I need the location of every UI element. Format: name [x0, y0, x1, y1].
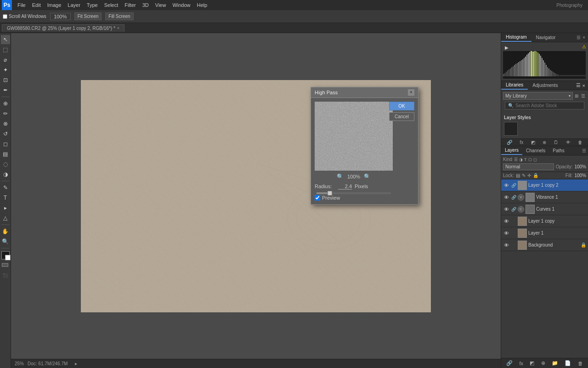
highpass-close-button[interactable]: ×: [408, 89, 414, 96]
blur-tool[interactable]: ◌: [1, 160, 10, 169]
new-group-tb-icon[interactable]: 📁: [552, 360, 558, 366]
menu-file[interactable]: File: [15, 1, 28, 9]
lib-panel-menu-icon[interactable]: ☰: [576, 82, 581, 88]
lib-dropdown[interactable]: My Library ▾: [503, 92, 573, 100]
magic-wand-tool[interactable]: ✦: [1, 65, 10, 75]
layer-fx-tb-icon[interactable]: fx: [520, 361, 524, 366]
smart-object-icon[interactable]: 🗒: [554, 140, 558, 145]
menu-select[interactable]: Select: [102, 1, 121, 9]
trash-panel-icon[interactable]: 🗑: [578, 140, 582, 145]
tab-adjustments[interactable]: Adjustments: [528, 81, 562, 89]
zoom-input[interactable]: [50, 13, 71, 20]
menu-filter[interactable]: Filter: [122, 1, 138, 9]
fit-screen-button[interactable]: Fit Screen: [74, 12, 102, 20]
fill-value[interactable]: 100%: [574, 173, 586, 178]
new-layer-tb-icon[interactable]: 📄: [565, 360, 571, 366]
fill-screen-button[interactable]: Fill Screen: [105, 12, 133, 20]
lock-position-icon[interactable]: ✛: [527, 173, 531, 178]
screen-mode-icon[interactable]: ⬛: [3, 273, 8, 278]
lib-grid-icon[interactable]: ⊞: [574, 92, 579, 99]
lib-list-icon[interactable]: ☰: [580, 92, 586, 99]
panel-menu-icon[interactable]: ☰: [577, 35, 581, 40]
link-layers-icon[interactable]: 🔗: [507, 140, 512, 145]
menu-edit[interactable]: Edit: [29, 1, 44, 9]
layer-visibility-icon-1[interactable]: 👁: [503, 194, 509, 201]
layer-link-icon-0[interactable]: 🔗: [511, 183, 516, 188]
blend-mode-dropdown[interactable]: Normal: [503, 163, 554, 170]
layer-styles-thumbnail[interactable]: [504, 122, 518, 136]
hp-preview-checkbox[interactable]: [315, 195, 320, 201]
layer-name-0[interactable]: Layer 1 copy 2: [528, 183, 586, 188]
layer-item-0[interactable]: 👁 🔗 Layer 1 copy 2: [501, 179, 588, 191]
layer-item-4[interactable]: 👁 🔗 Layer 1: [501, 227, 588, 239]
menu-layer[interactable]: Layer: [65, 1, 83, 9]
kind-smart-icon[interactable]: ◻: [533, 157, 537, 162]
type-tool[interactable]: T: [1, 193, 10, 202]
menu-type[interactable]: Type: [84, 1, 101, 9]
menu-help[interactable]: Help: [194, 1, 210, 9]
brush-tool[interactable]: ✏: [1, 109, 10, 118]
hp-ok-button[interactable]: OK: [389, 102, 414, 110]
hp-zoom-out-icon[interactable]: 🔍: [337, 173, 344, 180]
adjustment-icon[interactable]: ⊕: [543, 140, 546, 145]
layer-visibility-icon-3[interactable]: 👁: [503, 218, 509, 224]
menu-window[interactable]: Window: [170, 1, 193, 9]
hp-slider-thumb[interactable]: [328, 191, 332, 196]
layer-item-2[interactable]: 👁 🔗 C Curves 1: [501, 203, 588, 215]
clone-tool[interactable]: ⊗: [1, 119, 10, 128]
tab-layers[interactable]: Layers: [501, 146, 522, 155]
hand-tool[interactable]: ✋: [1, 227, 10, 236]
highpass-titlebar[interactable]: High Pass ×: [311, 87, 418, 98]
tab-libraries[interactable]: Libraries: [501, 81, 528, 90]
layer-link-icon-1[interactable]: 🔗: [511, 195, 516, 200]
crop-tool[interactable]: ⊡: [1, 75, 10, 85]
add-mask-tb-icon[interactable]: ◩: [530, 360, 534, 366]
lasso-tool[interactable]: ⌀: [1, 55, 10, 64]
layer-visibility-icon-2[interactable]: 👁: [503, 206, 509, 213]
layer-name-2[interactable]: Curves 1: [536, 207, 586, 212]
lock-image-icon[interactable]: ✎: [522, 173, 526, 178]
tab-navigator[interactable]: Navigator: [531, 34, 560, 41]
layer-link-icon-2[interactable]: 🔗: [511, 207, 516, 212]
zoom-tool[interactable]: 🔍: [1, 237, 10, 246]
panel-close-icon[interactable]: ×: [582, 35, 585, 40]
hp-preview-canvas[interactable]: [315, 102, 393, 171]
tab-channels[interactable]: Channels: [522, 147, 549, 155]
kind-type-icon[interactable]: T: [524, 157, 527, 162]
dodge-tool[interactable]: ◑: [1, 170, 10, 179]
layer-item-5[interactable]: 👁 🔗 Background 🔒: [501, 239, 588, 251]
hp-zoom-in-icon[interactable]: 🔍: [364, 173, 371, 180]
gradient-tool[interactable]: ▤: [1, 150, 10, 159]
background-color-swatch[interactable]: [5, 255, 11, 260]
lock-all-icon[interactable]: 🔒: [533, 173, 538, 178]
layer-item-1[interactable]: 👁 🔗 V Vibrance 1: [501, 191, 588, 203]
layer-name-5[interactable]: Background: [528, 242, 579, 247]
delete-layer-tb-icon[interactable]: 🗑: [578, 361, 583, 366]
layer-visibility-icon-5[interactable]: 👁: [503, 242, 509, 248]
hp-cancel-button[interactable]: Cancel: [389, 112, 414, 121]
shape-tool[interactable]: △: [1, 213, 10, 223]
layer-visibility-icon-0[interactable]: 👁: [503, 182, 509, 189]
move-tool[interactable]: ↖: [1, 35, 10, 44]
hp-radius-value[interactable]: 2.4: [338, 184, 352, 190]
layer-name-4[interactable]: Layer 1: [528, 230, 586, 236]
layers-menu-icon[interactable]: ☰: [582, 148, 586, 153]
opacity-value[interactable]: 100%: [574, 164, 586, 169]
eye-panel-icon[interactable]: 👁: [566, 140, 571, 145]
pen-tool[interactable]: ✎: [1, 183, 10, 192]
tab-close-icon[interactable]: ×: [117, 26, 119, 30]
marquee-tool[interactable]: ⬚: [1, 45, 10, 54]
healing-tool[interactable]: ⊕: [1, 99, 10, 108]
scroll-all-checkbox[interactable]: [3, 14, 7, 19]
layer-name-3[interactable]: Layer 1 copy: [528, 218, 586, 224]
link-layers-tb-icon[interactable]: 🔗: [506, 360, 513, 366]
tab-histogram[interactable]: Histogram: [501, 33, 531, 42]
mask-icon[interactable]: ◩: [531, 140, 535, 145]
eraser-tool[interactable]: ◻: [1, 139, 10, 149]
layer-visibility-icon-4[interactable]: 👁: [503, 230, 509, 236]
history-brush-tool[interactable]: ↺: [1, 129, 10, 138]
lock-transparent-icon[interactable]: ▤: [516, 173, 520, 178]
lib-search-bar[interactable]: 🔍: [505, 102, 584, 109]
hp-slider[interactable]: [317, 192, 391, 194]
kind-pixel-icon[interactable]: ☰: [514, 157, 518, 162]
